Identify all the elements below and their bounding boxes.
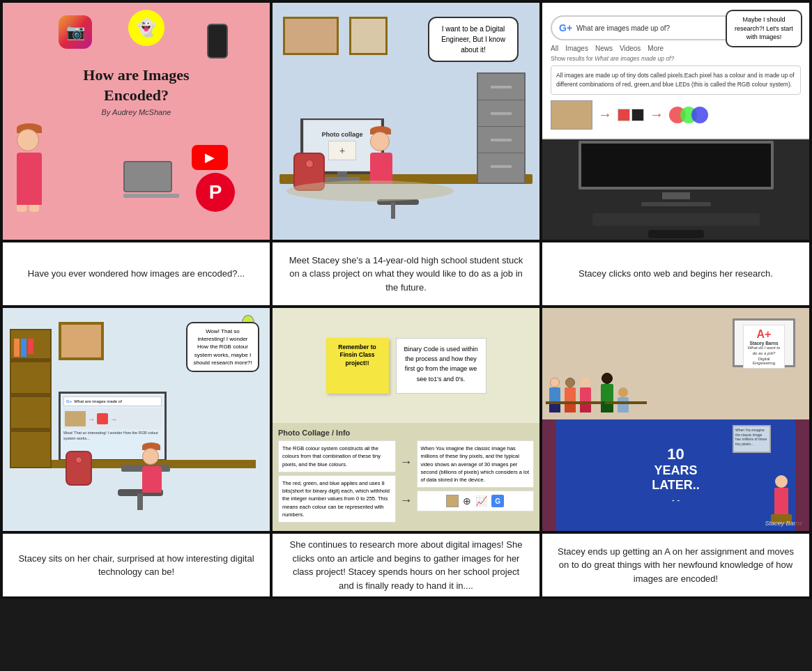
- google-logo-icon: G+: [559, 22, 572, 33]
- chair-leg-icon: [137, 493, 143, 510]
- speech-bubble: Wow! That so interesting! I wonder How t…: [186, 322, 259, 372]
- caption-8: She continues to research more about dig…: [273, 534, 539, 596]
- desk-surface-2-icon: [605, 401, 647, 404]
- rgb-squares: [618, 109, 644, 121]
- list-item: [618, 387, 629, 412]
- monitor-base-icon: [641, 202, 711, 206]
- whiteboard-icon: A+ Stacey Barns What do I want to do as …: [733, 318, 795, 367]
- desk-surface-icon: [546, 401, 602, 404]
- image-thumbnail-icon: [446, 495, 459, 507]
- ten-years-later-panel: 10 YEARS LATER.. - - Stacey Barns When Y…: [542, 419, 809, 531]
- icon-row: ⊕ 📈 G: [417, 491, 535, 511]
- grade-card: A+ Stacey Barns What do I want to do as …: [743, 325, 785, 369]
- list-item: [580, 378, 591, 412]
- ten-years-text: 10 YEARS LATER.. - -: [652, 445, 700, 505]
- info-boxes-container: The RGB colour system constructs all the…: [278, 440, 534, 523]
- list-item: [601, 373, 613, 412]
- grade-value: A+: [746, 328, 781, 341]
- arrow-right-icon: →: [598, 107, 612, 123]
- title-box: How are Images Encoded? By Audrey McShan…: [67, 65, 206, 116]
- binary-top-panel: Remember to Finsin Class project!! Binar…: [273, 308, 539, 423]
- caption-1: Have you ever wondered how images are en…: [3, 242, 270, 305]
- chart-icon: 📈: [475, 495, 487, 507]
- author-label: By Audrey McShane: [67, 108, 206, 116]
- subject-label: Digital Engineering: [746, 357, 781, 365]
- arrow-icon-1: →: [400, 455, 413, 470]
- speech-bubble: Maybe I should research?! Let's start wi…: [726, 10, 802, 47]
- cell-google-search: Maybe I should research?! Let's start wi…: [542, 3, 809, 240]
- cell-title: 📷 👻 How are Images Encoded? By Audrey Mc…: [3, 3, 270, 240]
- photo-collage-label: Photo Collage / Info: [278, 429, 534, 437]
- caption-3: Stacey clicks onto web and begins her re…: [542, 242, 809, 305]
- list-item: [549, 378, 560, 412]
- page-title: How are Images Encoded?: [67, 65, 206, 105]
- avatar: [17, 123, 42, 212]
- curtain-left-icon: [542, 419, 556, 531]
- g-icon: G: [491, 495, 504, 507]
- info-box-2: When You imagine the classic image has m…: [417, 440, 535, 488]
- cell-office-scene: I want to be a Digital Engineer, But I k…: [273, 3, 539, 240]
- presenter-figure: [774, 475, 788, 517]
- cell-character-computer: G+ What are images made of → → Wow! That…: [3, 308, 270, 531]
- wall-art: [283, 17, 339, 55]
- backpack-icon: [66, 451, 92, 486]
- info-left-column: The RGB colour system constructs all the…: [278, 440, 396, 523]
- avatar: [142, 442, 162, 493]
- arrow-right-2-icon: →: [650, 107, 664, 123]
- student-name-label: Stacey Barns: [746, 341, 781, 346]
- caption-9: Stacey ends up getting an A on her assig…: [542, 534, 809, 596]
- caption-7: Stacey sits on her chair, surprised at h…: [3, 534, 270, 596]
- results-label: Show results for What are images made up…: [551, 55, 801, 62]
- caption-2: Meet Stacey she's a 14-year-old high sch…: [273, 242, 539, 305]
- instagram-icon: 📷: [59, 15, 92, 49]
- arrow-icon-2: →: [400, 493, 413, 508]
- arrows-column: → →: [399, 440, 414, 523]
- info-box-1: The RGB colour system constructs all the…: [278, 440, 396, 472]
- keyboard-icon: [592, 213, 760, 226]
- sticky-note: Remember to Finsin Class project!!: [326, 338, 389, 394]
- info-box-3: The red, green, and blue applies and use…: [278, 475, 396, 523]
- assignment-title-label: What do I want to do as a job?: [746, 346, 781, 357]
- monitor-stand-icon: [662, 192, 690, 199]
- youtube-icon: ▶: [192, 145, 228, 170]
- building-image: [551, 100, 592, 130]
- bookcase-icon: [10, 329, 52, 468]
- floor-mat: [286, 180, 454, 201]
- google-search-panel: Maybe I should research?! Let's start wi…: [542, 3, 809, 139]
- monitor-bottom-section: [542, 139, 809, 240]
- photo-collage-panel: Photo Collage / Info The RGB colour syst…: [273, 423, 539, 531]
- comic-grid: 📷 👻 How are Images Encoded? By Audrey Mc…: [0, 0, 812, 599]
- plus-icon: ⊕: [463, 495, 471, 507]
- students-row: [549, 373, 629, 412]
- wall-art-2: [349, 17, 388, 55]
- snapchat-icon: 👻: [128, 10, 164, 46]
- binary-description: Binary Code is used within the process a…: [396, 338, 487, 394]
- cell-classroom-future: A+ Stacey Barns What do I want to do as …: [542, 308, 809, 531]
- result-images-row: → →: [551, 100, 801, 130]
- classroom-scene: A+ Stacey Barns What do I want to do as …: [542, 308, 809, 419]
- monitor-display: [579, 141, 774, 190]
- pinterest-icon: P: [196, 173, 235, 212]
- wall-picture-icon: [59, 322, 104, 360]
- phone-icon: [207, 24, 228, 59]
- presentation-screen-icon: When You imagine the classic image has m…: [733, 425, 771, 453]
- avatar: [370, 126, 392, 184]
- mouse-icon: [648, 230, 704, 238]
- info-right-column: When You imagine the classic image has m…: [417, 440, 535, 523]
- search-result-box: All images are made up of tiny dots call…: [551, 65, 801, 95]
- list-item: [565, 378, 576, 412]
- laptop-icon: [123, 161, 179, 198]
- curtain-right-icon: [795, 419, 809, 531]
- speech-bubble: I want to be a Digital Engineer, But I k…: [428, 17, 519, 62]
- rgb-circles: [669, 107, 708, 123]
- cell-binary-info: Remember to Finsin Class project!! Binar…: [273, 308, 539, 531]
